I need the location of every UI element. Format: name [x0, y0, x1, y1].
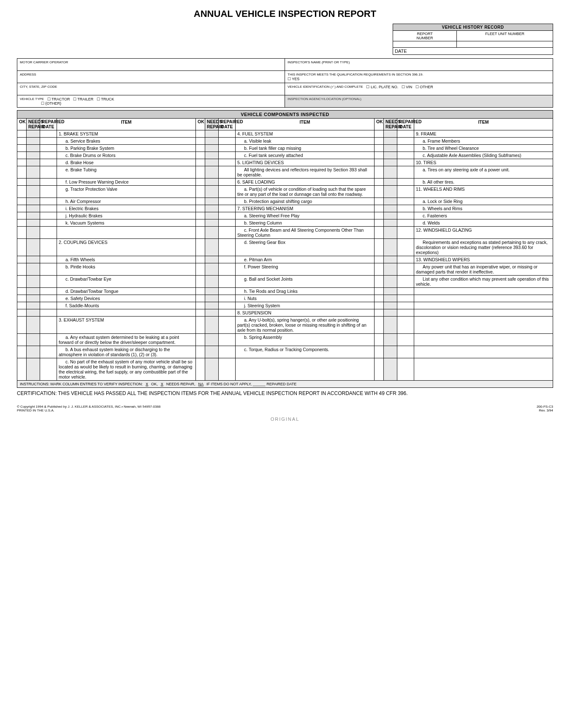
- ok-cell[interactable]: [375, 159, 384, 166]
- repaired-date-cell[interactable]: [397, 145, 414, 152]
- truck-checkbox[interactable]: TRUCK: [97, 97, 114, 101]
- needs-repair-cell[interactable]: [384, 317, 397, 334]
- needs-repair-cell[interactable]: [205, 145, 219, 152]
- ok-cell[interactable]: [375, 212, 384, 219]
- ok-cell[interactable]: [196, 159, 205, 166]
- repaired-date-cell[interactable]: [397, 227, 414, 239]
- trailer-checkbox[interactable]: TRAILER: [73, 97, 93, 101]
- repaired-date-cell[interactable]: [219, 239, 236, 256]
- repaired-date-cell[interactable]: [40, 358, 57, 381]
- needs-repair-cell[interactable]: [205, 219, 219, 227]
- repaired-date-cell[interactable]: [397, 288, 414, 295]
- ok-cell[interactable]: [17, 205, 27, 212]
- ok-cell[interactable]: [196, 358, 205, 381]
- needs-repair-cell[interactable]: [384, 227, 397, 239]
- needs-repair-cell[interactable]: [205, 130, 219, 138]
- repaired-date-cell[interactable]: [40, 186, 57, 198]
- ok-cell[interactable]: [17, 334, 27, 346]
- ok-cell[interactable]: [17, 166, 27, 179]
- needs-repair-cell[interactable]: [27, 288, 40, 295]
- repaired-date-cell[interactable]: [40, 288, 57, 295]
- city-state-zip[interactable]: CITY, STATE, ZIP CODE: [17, 83, 285, 95]
- needs-repair-cell[interactable]: [205, 166, 219, 179]
- ok-cell[interactable]: [196, 145, 205, 152]
- other-checkbox[interactable]: (OTHER): [41, 101, 61, 106]
- repaired-date-cell[interactable]: [397, 302, 414, 309]
- ok-cell[interactable]: [375, 198, 384, 205]
- repaired-date-cell[interactable]: [397, 130, 414, 138]
- repaired-date-cell[interactable]: [40, 227, 57, 239]
- inspection-agency[interactable]: INSPECTION AGENCY/LOCATION (OPTIONAL): [285, 95, 553, 107]
- ok-cell[interactable]: [375, 276, 384, 288]
- ok-cell[interactable]: [196, 256, 205, 263]
- repaired-date-cell[interactable]: [397, 205, 414, 212]
- ok-cell[interactable]: [196, 179, 205, 186]
- repaired-date-cell[interactable]: [40, 166, 57, 179]
- needs-repair-cell[interactable]: [384, 334, 397, 346]
- repaired-date-cell[interactable]: [40, 302, 57, 309]
- repaired-date-cell[interactable]: [219, 152, 236, 159]
- needs-repair-cell[interactable]: [27, 227, 40, 239]
- needs-repair-cell[interactable]: [205, 317, 219, 334]
- needs-repair-cell[interactable]: [27, 309, 40, 317]
- report-number-value[interactable]: [393, 41, 457, 47]
- ok-cell[interactable]: [375, 205, 384, 212]
- repaired-date-cell[interactable]: [219, 219, 236, 227]
- repaired-date-cell[interactable]: [40, 309, 57, 317]
- other-id-checkbox[interactable]: OTHER: [415, 85, 433, 89]
- repaired-date-cell[interactable]: [219, 256, 236, 263]
- needs-repair-cell[interactable]: [384, 166, 397, 179]
- ok-cell[interactable]: [17, 288, 27, 295]
- ok-cell[interactable]: [17, 358, 27, 381]
- needs-repair-cell[interactable]: [205, 256, 219, 263]
- ok-cell[interactable]: [375, 358, 384, 381]
- needs-repair-cell[interactable]: [205, 227, 219, 239]
- vehicle-type[interactable]: VEHICLE TYPE TRACTOR TRAILER TRUCK (OTHE…: [17, 95, 285, 107]
- ok-cell[interactable]: [17, 317, 27, 334]
- needs-repair-cell[interactable]: [384, 239, 397, 256]
- repaired-date-cell[interactable]: [40, 179, 57, 186]
- repaired-date-cell[interactable]: [397, 334, 414, 346]
- ok-cell[interactable]: [375, 145, 384, 152]
- needs-repair-cell[interactable]: [27, 346, 40, 358]
- repaired-date-cell[interactable]: [40, 276, 57, 288]
- ok-cell[interactable]: [17, 159, 27, 166]
- needs-repair-cell[interactable]: [384, 256, 397, 263]
- needs-repair-cell[interactable]: [27, 212, 40, 219]
- ok-cell[interactable]: [196, 295, 205, 302]
- ok-cell[interactable]: [375, 239, 384, 256]
- ok-cell[interactable]: [375, 309, 384, 317]
- needs-repair-cell[interactable]: [27, 276, 40, 288]
- needs-repair-cell[interactable]: [27, 186, 40, 198]
- needs-repair-cell[interactable]: [384, 263, 397, 276]
- needs-repair-cell[interactable]: [384, 130, 397, 138]
- repaired-date-cell[interactable]: [397, 239, 414, 256]
- ok-cell[interactable]: [196, 263, 205, 276]
- vehicle-identification[interactable]: VEHICLE IDENTIFICATION (✓) AND COMPLETE …: [285, 83, 553, 95]
- ok-cell[interactable]: [196, 346, 205, 358]
- ok-cell[interactable]: [17, 309, 27, 317]
- needs-repair-cell[interactable]: [27, 152, 40, 159]
- repaired-date-cell[interactable]: [219, 276, 236, 288]
- repaired-date-cell[interactable]: [40, 295, 57, 302]
- ok-cell[interactable]: [375, 317, 384, 334]
- repaired-date-cell[interactable]: [219, 227, 236, 239]
- needs-repair-cell[interactable]: [384, 346, 397, 358]
- needs-repair-cell[interactable]: [205, 276, 219, 288]
- needs-repair-cell[interactable]: [384, 205, 397, 212]
- repaired-date-cell[interactable]: [40, 130, 57, 138]
- repaired-date-cell[interactable]: [397, 295, 414, 302]
- needs-repair-cell[interactable]: [205, 159, 219, 166]
- needs-repair-cell[interactable]: [384, 358, 397, 381]
- ok-cell[interactable]: [196, 138, 205, 145]
- needs-repair-cell[interactable]: [384, 309, 397, 317]
- repaired-date-cell[interactable]: [219, 130, 236, 138]
- repaired-date-cell[interactable]: [219, 179, 236, 186]
- repaired-date-cell[interactable]: [397, 276, 414, 288]
- repaired-date-cell[interactable]: [219, 295, 236, 302]
- ok-cell[interactable]: [375, 138, 384, 145]
- yes-checkbox[interactable]: YES: [288, 77, 299, 81]
- needs-repair-cell[interactable]: [384, 219, 397, 227]
- repaired-date-cell[interactable]: [219, 198, 236, 205]
- qualification-field[interactable]: THIS INSPECTOR MEETS THE QUALIFICATION R…: [285, 71, 553, 83]
